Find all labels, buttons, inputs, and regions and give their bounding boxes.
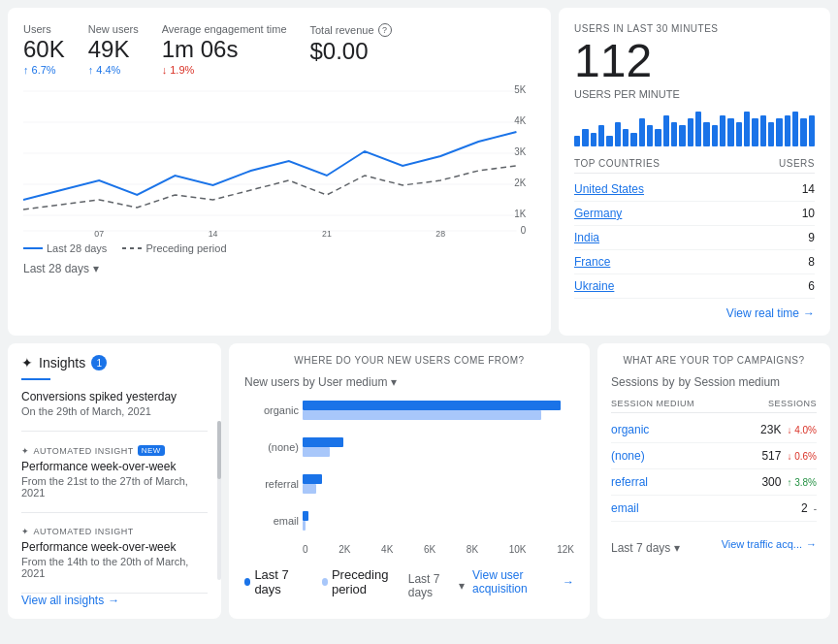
mini-bar-item bbox=[598, 125, 604, 146]
legend-last7: Last 7 days bbox=[244, 567, 306, 596]
insight-detail-1: On the 29th of March, 2021 bbox=[21, 405, 208, 417]
mini-bar-item bbox=[639, 118, 645, 146]
country-users: 10 bbox=[802, 207, 815, 220]
campaign-name[interactable]: email bbox=[611, 501, 639, 515]
campaign-stats: 23K ↓ 4.0% bbox=[742, 423, 817, 436]
insights-divider bbox=[21, 378, 50, 380]
view-user-acquisition-link[interactable]: View user acquisition → bbox=[472, 568, 574, 596]
campaign-name[interactable]: (none) bbox=[611, 449, 645, 463]
sparkle-icon: ✦ bbox=[21, 355, 33, 370]
mini-bar-item bbox=[615, 122, 621, 146]
campaign-sessions: 23K bbox=[742, 423, 781, 436]
legend-dashed-line bbox=[122, 247, 142, 249]
date-filter-button[interactable]: Last 28 days ▾ bbox=[23, 262, 535, 275]
campaign-stats: 517 ↓ 0.6% bbox=[742, 449, 817, 463]
campaigns-filter-row: Sessions by by Session medium bbox=[611, 375, 817, 389]
bar-primary-none bbox=[303, 437, 343, 447]
country-row: India 9 bbox=[574, 226, 815, 250]
mini-bar-item bbox=[623, 129, 628, 146]
bar-secondary-email bbox=[303, 521, 306, 531]
country-name[interactable]: France bbox=[574, 255, 610, 269]
campaign-row: organic 23K ↓ 4.0% bbox=[611, 417, 817, 443]
mini-bar-item bbox=[800, 118, 806, 146]
arrow-right-icon: → bbox=[803, 306, 815, 320]
mini-bar-chart bbox=[574, 108, 815, 146]
bar-row-none: (none) bbox=[303, 437, 574, 457]
svg-text:3K: 3K bbox=[514, 146, 526, 157]
insight-detail-2: From the 21st to the 27th of March, 2021 bbox=[21, 475, 208, 499]
view-realtime-link[interactable]: View real time → bbox=[726, 306, 815, 320]
mini-bar-item bbox=[785, 115, 790, 146]
metric-revenue: Total revenue ? $0.00 bbox=[310, 23, 392, 76]
realtime-card: USERS IN LAST 30 MINUTES 112 USERS PER M… bbox=[559, 8, 830, 336]
mini-bar-item bbox=[574, 136, 580, 146]
bar-row-referral: referral bbox=[303, 474, 574, 494]
campaign-rows: organic 23K ↓ 4.0% (none) 517 ↓ 0.6% ref… bbox=[611, 417, 817, 522]
legend-dot-last7 bbox=[244, 578, 250, 586]
country-name[interactable]: Ukraine bbox=[574, 279, 614, 293]
svg-text:4K: 4K bbox=[514, 115, 526, 126]
country-name[interactable]: United States bbox=[574, 182, 644, 196]
svg-text:5K: 5K bbox=[514, 84, 526, 95]
insight-heading-1: Conversions spiked yesterday bbox=[21, 390, 208, 403]
new-users-date-filter[interactable]: Last 7 days ▾ bbox=[408, 572, 465, 599]
insight-heading-2: Performance week-over-week bbox=[21, 460, 208, 473]
bar-wrapper-none bbox=[303, 437, 574, 457]
insight-detail-3: From the 14th to the 20th of March, 2021 bbox=[21, 556, 208, 579]
insight-type-2: ✦ AUTOMATED INSIGHT New bbox=[21, 445, 208, 456]
campaigns-date-filter[interactable]: Last 7 days ▾ bbox=[611, 541, 680, 555]
realtime-title: USERS IN LAST 30 MINUTES bbox=[574, 23, 815, 34]
new-users-section-title: WHERE DO YOUR NEW USERS COME FROM? bbox=[244, 355, 574, 366]
dashboard: Users 60K ↑ 6.7% New users 49K ↑ 4.4% Av… bbox=[0, 0, 838, 627]
mini-bar-item bbox=[736, 122, 742, 146]
scrollbar-thumb[interactable] bbox=[217, 421, 221, 479]
bar-primary-organic bbox=[303, 401, 561, 410]
bar-row-organic: organic bbox=[303, 401, 574, 420]
svg-text:21: 21 bbox=[322, 229, 332, 239]
svg-text:14: 14 bbox=[209, 229, 218, 239]
realtime-count: 112 bbox=[574, 38, 815, 84]
bar-primary-email bbox=[303, 511, 308, 521]
insight-type-3: ✦ AUTOMATED INSIGHT bbox=[21, 527, 208, 536]
realtime-subtitle: USERS PER MINUTE bbox=[574, 88, 815, 100]
scrollbar-track[interactable] bbox=[217, 421, 221, 580]
mini-bar-item bbox=[744, 112, 750, 146]
campaign-row: email 2 - bbox=[611, 496, 817, 522]
campaign-name[interactable]: referral bbox=[611, 475, 648, 489]
insights-badge: 1 bbox=[91, 355, 107, 370]
mini-bar-item bbox=[703, 122, 709, 146]
bar-secondary-none bbox=[303, 447, 330, 457]
country-name[interactable]: India bbox=[574, 231, 599, 244]
campaign-change: ↓ 4.0% bbox=[787, 425, 817, 435]
campaign-name[interactable]: organic bbox=[611, 423, 649, 436]
country-users: 8 bbox=[808, 255, 815, 269]
bar-wrapper-organic bbox=[303, 401, 574, 420]
campaigns-filter1[interactable]: Sessions bbox=[611, 375, 659, 389]
view-realtime-link-container: View real time → bbox=[574, 306, 815, 320]
main-chart-card: Users 60K ↑ 6.7% New users 49K ↑ 4.4% Av… bbox=[8, 8, 551, 336]
country-name[interactable]: Germany bbox=[574, 207, 622, 220]
legend-preceding-period: Preceding period bbox=[322, 567, 408, 596]
mini-bar-item bbox=[663, 115, 669, 146]
mini-bar-item bbox=[776, 118, 782, 146]
arrow-right-icon: → bbox=[108, 594, 119, 607]
mini-bar-item bbox=[752, 118, 757, 146]
legend-dot-preceding bbox=[322, 578, 328, 586]
insights-title: Insights bbox=[39, 355, 85, 370]
mini-bar-item bbox=[720, 115, 725, 146]
view-all-insights-link[interactable]: View all insights → bbox=[21, 594, 208, 607]
bar-row-email: email bbox=[303, 511, 574, 531]
mini-bar-item bbox=[606, 136, 612, 146]
bar-secondary-organic bbox=[303, 410, 541, 420]
campaigns-filter2[interactable]: by Session medium bbox=[678, 375, 780, 389]
svg-text:Mar: Mar bbox=[92, 238, 107, 239]
new-users-chart-filter[interactable]: New users by User medium ▾ bbox=[244, 375, 574, 389]
line-chart: 5K 4K 3K 2K 1K 0 07 Mar 14 bbox=[23, 83, 535, 239]
mini-bar-item bbox=[712, 125, 718, 146]
mini-bar-item bbox=[688, 118, 693, 146]
metric-new-users: New users 49K ↑ 4.4% bbox=[88, 23, 139, 76]
bottom-section: ✦ Insights 1 Conversions spiked yesterda… bbox=[8, 343, 830, 619]
view-traffic-acq-link[interactable]: View traffic acq... → bbox=[722, 538, 817, 550]
mini-bar-item bbox=[727, 118, 733, 146]
chevron-down-icon: ▾ bbox=[459, 579, 465, 593]
